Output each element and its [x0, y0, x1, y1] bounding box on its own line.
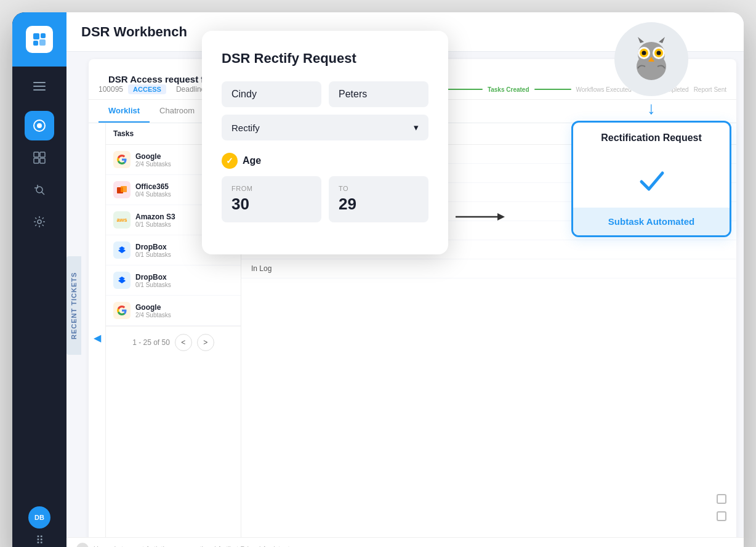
sidebar-logo: [12, 12, 66, 67]
rectification-check-icon: [634, 163, 669, 198]
svg-point-5: [37, 123, 42, 128]
dropdown-chevron-icon: ▾: [414, 122, 419, 133]
request-type-select[interactable]: Rectify ▾: [222, 115, 428, 140]
svg-rect-9: [40, 158, 45, 163]
from-value: 30: [231, 195, 312, 214]
arrow-down-icon: ↓: [647, 99, 656, 118]
step-tasks: Tasks Created: [488, 86, 529, 93]
task-name-dropbox2: DropBox: [135, 273, 233, 282]
task-icon-amazons3: aws: [113, 211, 131, 229]
to-value: 29: [339, 195, 419, 214]
dsr-rectify-modal: DSR Rectify Request Cindy Peters Rectify…: [202, 31, 448, 254]
svg-point-23: [657, 51, 661, 55]
rectification-request-box: Rectification Request Subtask Automated: [571, 121, 731, 237]
svg-marker-26: [659, 37, 665, 43]
upgrade-text: Upgrade to meet Auti, the conversational…: [94, 545, 292, 548]
svg-rect-6: [34, 152, 39, 157]
task-item-google2[interactable]: Google 2/4 Subtasks: [106, 296, 241, 326]
svg-rect-13: [121, 186, 127, 192]
svg-rect-0: [33, 33, 39, 39]
menu-toggle[interactable]: [12, 71, 66, 101]
sidebar: DB ⠿: [12, 12, 66, 547]
checkbox-2[interactable]: [717, 511, 726, 521]
age-label: Age: [243, 155, 261, 166]
user-avatar[interactable]: DB: [28, 506, 50, 529]
task-info-dropbox2: DropBox 0/1 Subtasks: [135, 273, 233, 288]
upgrade-icon: [76, 543, 89, 548]
svg-point-11: [38, 220, 41, 224]
task-icon-dropbox1: [113, 241, 131, 259]
subtask-text-7: In Log: [251, 264, 726, 273]
svg-rect-7: [40, 152, 45, 157]
recent-tickets-tab[interactable]: RECENT TICKETS: [66, 256, 81, 355]
svg-point-22: [642, 51, 646, 55]
sidebar-item-dashboard[interactable]: [25, 143, 54, 172]
owl-mascot: [614, 22, 688, 96]
svg-rect-3: [39, 39, 46, 46]
page-title: DSR Workbench: [81, 24, 187, 40]
from-to-row: From 30 To 29: [222, 176, 428, 222]
main-content: DSR Workbench RECENT TICKETS DSR Access …: [66, 12, 744, 547]
svg-rect-1: [41, 33, 46, 38]
task-icon-google1: [113, 151, 131, 168]
upgrade-bar: Upgrade to meet Auti, the conversational…: [66, 537, 744, 547]
task-name-google2: Google: [135, 303, 233, 312]
hamburger-icon: [33, 82, 46, 91]
more-options-icon[interactable]: ⠿: [36, 533, 44, 547]
tab-worklist[interactable]: Worklist: [99, 100, 150, 123]
pagination-text: 1 - 25 of 50: [132, 338, 170, 347]
tab-chatroom[interactable]: Chatroom: [150, 100, 204, 123]
sidebar-nav: [25, 111, 54, 506]
request-id: 100095: [99, 85, 123, 94]
svg-rect-2: [33, 41, 38, 46]
task-item-dropbox2[interactable]: DropBox 0/1 Subtasks: [106, 265, 241, 296]
age-section: ✓ Age From 30 To 29: [222, 153, 428, 222]
age-label-row: ✓ Age: [222, 153, 428, 169]
last-name-field[interactable]: Peters: [329, 81, 428, 107]
tasks-nav-left[interactable]: ◀: [89, 123, 106, 547]
subtask-automated-label: Subtask Automated: [573, 208, 730, 235]
first-name-field[interactable]: Cindy: [222, 81, 321, 107]
logo-icon: [26, 26, 53, 53]
modal-title: DSR Rectify Request: [222, 51, 428, 67]
to-label: To: [339, 185, 419, 192]
from-box: From 30: [222, 176, 321, 222]
sidebar-item-home[interactable]: [25, 111, 54, 140]
next-page-button[interactable]: >: [197, 334, 214, 351]
rectification-header: Rectification Request: [573, 123, 730, 153]
task-icon-google2: [113, 302, 131, 319]
task-icon-dropbox2: [113, 272, 131, 289]
request-type-value: Rectify: [231, 123, 260, 133]
rectification-check-area: [573, 153, 730, 208]
task-info-google2: Google 2/4 Subtasks: [135, 303, 233, 318]
access-badge: ACCESS: [128, 84, 166, 94]
svg-rect-8: [34, 158, 39, 163]
to-box: To 29: [329, 176, 428, 222]
svg-marker-25: [638, 37, 644, 43]
sidebar-item-tools[interactable]: [25, 175, 54, 205]
prev-page-button[interactable]: <: [175, 334, 192, 351]
sidebar-bottom: DB ⠿: [28, 506, 50, 547]
task-sub-google2: 2/4 Subtasks: [135, 312, 233, 318]
from-label: From: [231, 185, 312, 192]
name-row: Cindy Peters: [222, 81, 428, 107]
checkbox-1[interactable]: [717, 494, 726, 504]
pagination-bar: 1 - 25 of 50 < >: [106, 326, 241, 359]
right-panel-overlay: ↓ Rectification Request Subtask Automate…: [559, 12, 744, 247]
sidebar-item-settings[interactable]: [25, 207, 54, 237]
checkbox-area: [717, 494, 726, 521]
task-sub-dropbox2: 0/1 Subtasks: [135, 282, 233, 288]
task-icon-office365: [113, 181, 131, 198]
subtask-item-7: In Log: [241, 259, 736, 278]
age-check-icon: ✓: [222, 153, 238, 169]
